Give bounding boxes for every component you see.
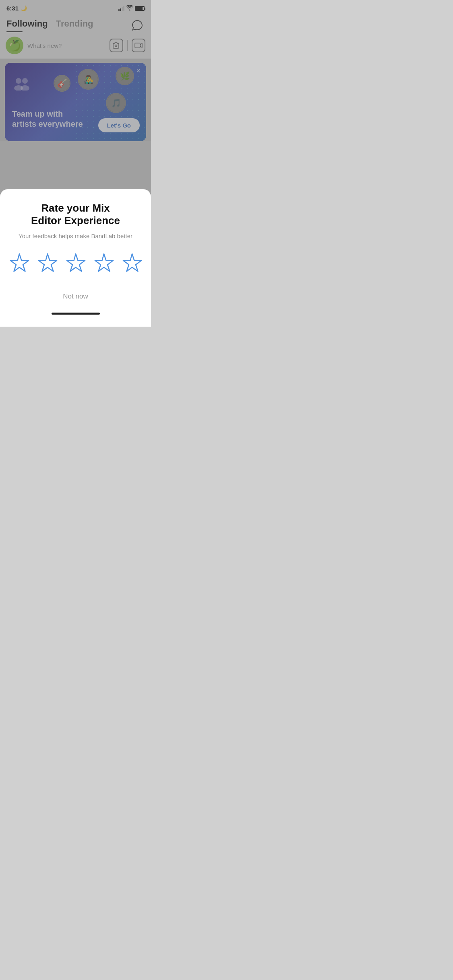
modal-subtitle: Your feedback helps make BandLab better: [19, 233, 132, 239]
not-now-button[interactable]: Not now: [55, 288, 96, 305]
home-indicator: [52, 313, 100, 315]
star-4[interactable]: [93, 251, 115, 274]
star-5[interactable]: [121, 251, 143, 274]
star-rating-row: [8, 251, 143, 274]
star-3[interactable]: [64, 251, 87, 274]
star-2[interactable]: [36, 251, 59, 274]
modal-title: Rate your Mix Editor Experience: [31, 202, 120, 227]
star-1[interactable]: [8, 251, 31, 274]
rating-bottom-sheet: Rate your Mix Editor Experience Your fee…: [0, 189, 151, 327]
